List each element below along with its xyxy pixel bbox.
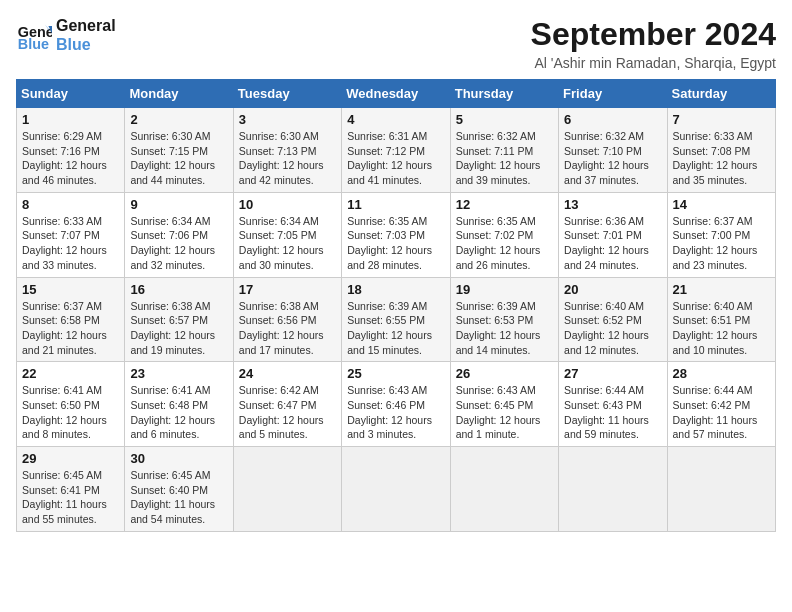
day-number: 5 (456, 112, 553, 127)
logo-general: General (56, 16, 116, 35)
day-detail: Sunrise: 6:37 AMSunset: 7:00 PMDaylight:… (673, 214, 770, 273)
table-cell: 24Sunrise: 6:42 AMSunset: 6:47 PMDayligh… (233, 362, 341, 447)
table-cell: 2Sunrise: 6:30 AMSunset: 7:15 PMDaylight… (125, 108, 233, 193)
day-number: 2 (130, 112, 227, 127)
day-detail: Sunrise: 6:45 AMSunset: 6:41 PMDaylight:… (22, 468, 119, 527)
table-cell: 14Sunrise: 6:37 AMSunset: 7:00 PMDayligh… (667, 192, 775, 277)
day-detail: Sunrise: 6:33 AMSunset: 7:08 PMDaylight:… (673, 129, 770, 188)
table-cell: 8Sunrise: 6:33 AMSunset: 7:07 PMDaylight… (17, 192, 125, 277)
day-detail: Sunrise: 6:44 AMSunset: 6:43 PMDaylight:… (564, 383, 661, 442)
day-number: 27 (564, 366, 661, 381)
day-detail: Sunrise: 6:33 AMSunset: 7:07 PMDaylight:… (22, 214, 119, 273)
table-cell: 16Sunrise: 6:38 AMSunset: 6:57 PMDayligh… (125, 277, 233, 362)
table-cell: 11Sunrise: 6:35 AMSunset: 7:03 PMDayligh… (342, 192, 450, 277)
day-number: 23 (130, 366, 227, 381)
col-monday: Monday (125, 80, 233, 108)
day-detail: Sunrise: 6:32 AMSunset: 7:10 PMDaylight:… (564, 129, 661, 188)
table-cell: 9Sunrise: 6:34 AMSunset: 7:06 PMDaylight… (125, 192, 233, 277)
day-detail: Sunrise: 6:30 AMSunset: 7:13 PMDaylight:… (239, 129, 336, 188)
day-detail: Sunrise: 6:38 AMSunset: 6:56 PMDaylight:… (239, 299, 336, 358)
table-cell: 29Sunrise: 6:45 AMSunset: 6:41 PMDayligh… (17, 447, 125, 532)
table-cell: 28Sunrise: 6:44 AMSunset: 6:42 PMDayligh… (667, 362, 775, 447)
day-detail: Sunrise: 6:36 AMSunset: 7:01 PMDaylight:… (564, 214, 661, 273)
table-cell (233, 447, 341, 532)
week-row-5: 29Sunrise: 6:45 AMSunset: 6:41 PMDayligh… (17, 447, 776, 532)
day-number: 29 (22, 451, 119, 466)
table-cell: 13Sunrise: 6:36 AMSunset: 7:01 PMDayligh… (559, 192, 667, 277)
day-number: 19 (456, 282, 553, 297)
logo: General Blue General Blue (16, 16, 116, 54)
table-cell: 17Sunrise: 6:38 AMSunset: 6:56 PMDayligh… (233, 277, 341, 362)
table-cell: 10Sunrise: 6:34 AMSunset: 7:05 PMDayligh… (233, 192, 341, 277)
table-cell (450, 447, 558, 532)
day-detail: Sunrise: 6:40 AMSunset: 6:51 PMDaylight:… (673, 299, 770, 358)
day-detail: Sunrise: 6:37 AMSunset: 6:58 PMDaylight:… (22, 299, 119, 358)
day-detail: Sunrise: 6:39 AMSunset: 6:55 PMDaylight:… (347, 299, 444, 358)
svg-text:Blue: Blue (18, 37, 49, 53)
day-number: 10 (239, 197, 336, 212)
day-number: 3 (239, 112, 336, 127)
table-cell: 15Sunrise: 6:37 AMSunset: 6:58 PMDayligh… (17, 277, 125, 362)
col-thursday: Thursday (450, 80, 558, 108)
col-wednesday: Wednesday (342, 80, 450, 108)
table-cell: 7Sunrise: 6:33 AMSunset: 7:08 PMDaylight… (667, 108, 775, 193)
table-cell: 25Sunrise: 6:43 AMSunset: 6:46 PMDayligh… (342, 362, 450, 447)
day-number: 8 (22, 197, 119, 212)
table-cell: 6Sunrise: 6:32 AMSunset: 7:10 PMDaylight… (559, 108, 667, 193)
day-number: 28 (673, 366, 770, 381)
day-number: 26 (456, 366, 553, 381)
week-row-1: 1Sunrise: 6:29 AMSunset: 7:16 PMDaylight… (17, 108, 776, 193)
page-header: General Blue General Blue September 2024… (16, 16, 776, 71)
day-number: 13 (564, 197, 661, 212)
day-number: 16 (130, 282, 227, 297)
day-number: 22 (22, 366, 119, 381)
day-detail: Sunrise: 6:34 AMSunset: 7:05 PMDaylight:… (239, 214, 336, 273)
day-number: 15 (22, 282, 119, 297)
location: Al 'Ashir min Ramadan, Sharqia, Egypt (531, 55, 776, 71)
day-detail: Sunrise: 6:32 AMSunset: 7:11 PMDaylight:… (456, 129, 553, 188)
day-number: 9 (130, 197, 227, 212)
day-detail: Sunrise: 6:30 AMSunset: 7:15 PMDaylight:… (130, 129, 227, 188)
day-number: 7 (673, 112, 770, 127)
calendar-header-row: Sunday Monday Tuesday Wednesday Thursday… (17, 80, 776, 108)
day-number: 25 (347, 366, 444, 381)
day-detail: Sunrise: 6:45 AMSunset: 6:40 PMDaylight:… (130, 468, 227, 527)
day-detail: Sunrise: 6:35 AMSunset: 7:03 PMDaylight:… (347, 214, 444, 273)
day-detail: Sunrise: 6:34 AMSunset: 7:06 PMDaylight:… (130, 214, 227, 273)
day-detail: Sunrise: 6:38 AMSunset: 6:57 PMDaylight:… (130, 299, 227, 358)
table-cell: 23Sunrise: 6:41 AMSunset: 6:48 PMDayligh… (125, 362, 233, 447)
calendar-table: Sunday Monday Tuesday Wednesday Thursday… (16, 79, 776, 532)
table-cell: 3Sunrise: 6:30 AMSunset: 7:13 PMDaylight… (233, 108, 341, 193)
table-cell: 30Sunrise: 6:45 AMSunset: 6:40 PMDayligh… (125, 447, 233, 532)
day-detail: Sunrise: 6:40 AMSunset: 6:52 PMDaylight:… (564, 299, 661, 358)
day-number: 30 (130, 451, 227, 466)
table-cell: 19Sunrise: 6:39 AMSunset: 6:53 PMDayligh… (450, 277, 558, 362)
day-detail: Sunrise: 6:35 AMSunset: 7:02 PMDaylight:… (456, 214, 553, 273)
title-block: September 2024 Al 'Ashir min Ramadan, Sh… (531, 16, 776, 71)
col-tuesday: Tuesday (233, 80, 341, 108)
logo-icon: General Blue (16, 17, 52, 53)
day-number: 20 (564, 282, 661, 297)
logo-blue: Blue (56, 35, 116, 54)
table-cell: 18Sunrise: 6:39 AMSunset: 6:55 PMDayligh… (342, 277, 450, 362)
table-cell: 22Sunrise: 6:41 AMSunset: 6:50 PMDayligh… (17, 362, 125, 447)
table-cell: 20Sunrise: 6:40 AMSunset: 6:52 PMDayligh… (559, 277, 667, 362)
week-row-4: 22Sunrise: 6:41 AMSunset: 6:50 PMDayligh… (17, 362, 776, 447)
day-number: 12 (456, 197, 553, 212)
table-cell: 12Sunrise: 6:35 AMSunset: 7:02 PMDayligh… (450, 192, 558, 277)
week-row-2: 8Sunrise: 6:33 AMSunset: 7:07 PMDaylight… (17, 192, 776, 277)
col-saturday: Saturday (667, 80, 775, 108)
day-detail: Sunrise: 6:39 AMSunset: 6:53 PMDaylight:… (456, 299, 553, 358)
table-cell (342, 447, 450, 532)
table-cell: 4Sunrise: 6:31 AMSunset: 7:12 PMDaylight… (342, 108, 450, 193)
table-cell: 1Sunrise: 6:29 AMSunset: 7:16 PMDaylight… (17, 108, 125, 193)
month-title: September 2024 (531, 16, 776, 53)
day-number: 14 (673, 197, 770, 212)
week-row-3: 15Sunrise: 6:37 AMSunset: 6:58 PMDayligh… (17, 277, 776, 362)
day-detail: Sunrise: 6:42 AMSunset: 6:47 PMDaylight:… (239, 383, 336, 442)
col-sunday: Sunday (17, 80, 125, 108)
day-number: 11 (347, 197, 444, 212)
day-detail: Sunrise: 6:43 AMSunset: 6:46 PMDaylight:… (347, 383, 444, 442)
col-friday: Friday (559, 80, 667, 108)
table-cell (667, 447, 775, 532)
